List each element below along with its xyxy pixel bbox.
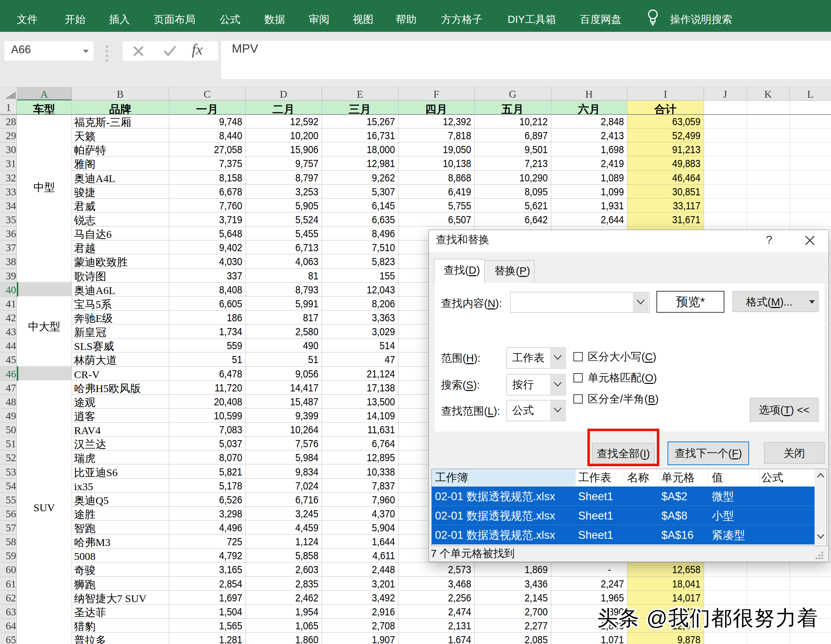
svg-text:头条 @我们都很努力着: 头条 @我们都很努力着 [597,606,818,629]
